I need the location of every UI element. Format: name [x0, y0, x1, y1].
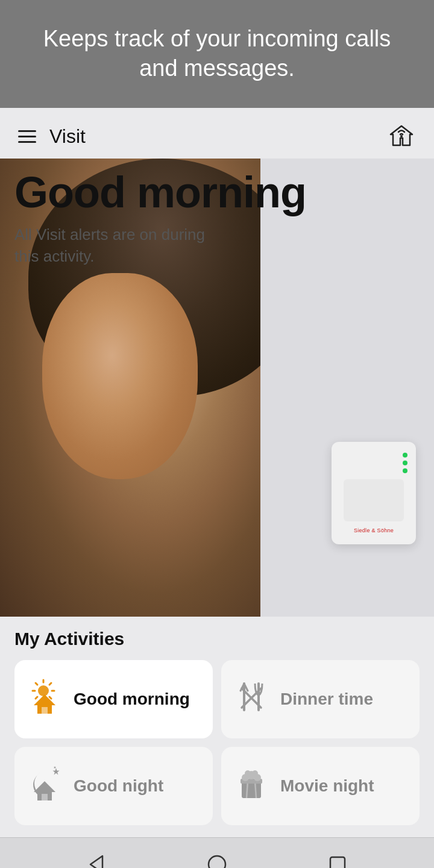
- dinner-time-label: Dinner time: [280, 689, 373, 709]
- back-button[interactable]: [83, 851, 110, 868]
- nav-left: Visit: [18, 125, 86, 148]
- device-brand-label: Siedle & Söhne: [354, 527, 394, 533]
- svg-marker-19: [52, 768, 59, 775]
- device-dot-active2: [403, 468, 407, 473]
- device-dot: [403, 453, 407, 458]
- svg-line-6: [36, 683, 37, 685]
- greeting-heading: Good morning: [14, 171, 306, 214]
- device-body: [344, 479, 404, 521]
- good-morning-label: Good morning: [74, 689, 190, 709]
- back-icon: [86, 854, 107, 868]
- movie-night-icon: [233, 766, 269, 807]
- svg-line-9: [36, 697, 37, 699]
- good-morning-icon: [27, 679, 63, 720]
- good-night-icon: [27, 766, 63, 807]
- svg-marker-33: [90, 856, 102, 868]
- svg-rect-12: [42, 707, 48, 714]
- activities-section: My Activities: [0, 617, 434, 837]
- bottom-nav: [0, 837, 434, 868]
- main-content: Visit Sied: [0, 108, 434, 837]
- hero-text-overlay: Good morning All Visit alerts are on dur…: [14, 171, 306, 268]
- device-status-dots: [403, 453, 407, 473]
- activity-card-dinner-time[interactable]: Dinner time: [221, 660, 420, 738]
- activity-card-good-morning[interactable]: Good morning: [14, 660, 213, 738]
- device-widget: Siedle & Söhne: [332, 442, 416, 544]
- home-wifi-icon: [387, 121, 416, 150]
- activities-title: My Activities: [14, 629, 420, 649]
- activity-card-movie-night[interactable]: Movie night: [221, 747, 420, 825]
- hero-section: Siedle & Söhne Good morning All Visit al…: [0, 159, 434, 617]
- good-night-label: Good night: [74, 776, 163, 796]
- nav-title: Visit: [49, 125, 86, 148]
- svg-marker-20: [54, 766, 56, 769]
- svg-point-31: [245, 770, 251, 776]
- recents-button[interactable]: [324, 851, 351, 868]
- svg-point-0: [400, 135, 403, 137]
- top-banner: Keeps track of your incoming calls and m…: [0, 0, 434, 108]
- greeting-subtitle: All Visit alerts are on during this acti…: [14, 224, 219, 268]
- svg-line-7: [49, 697, 51, 699]
- banner-text: Keeps track of your incoming calls and m…: [30, 24, 404, 84]
- svg-point-1: [38, 685, 49, 696]
- recents-icon: [327, 854, 348, 868]
- activities-grid: Good morning: [14, 660, 420, 825]
- svg-rect-24: [242, 781, 261, 798]
- home-button[interactable]: [204, 851, 230, 868]
- svg-line-8: [49, 683, 51, 685]
- nav-bar: Visit: [0, 108, 434, 159]
- svg-point-34: [209, 856, 225, 868]
- movie-night-label: Movie night: [280, 776, 374, 796]
- home-wifi-button[interactable]: [387, 121, 416, 153]
- device-dot-active: [403, 461, 407, 465]
- activity-card-good-night[interactable]: Good night: [14, 747, 213, 825]
- dinner-time-icon: [233, 679, 269, 720]
- svg-rect-35: [330, 857, 345, 868]
- menu-icon[interactable]: [18, 130, 36, 143]
- svg-point-32: [252, 770, 258, 776]
- svg-rect-23: [42, 794, 48, 800]
- svg-marker-22: [34, 781, 55, 792]
- home-icon: [206, 854, 228, 868]
